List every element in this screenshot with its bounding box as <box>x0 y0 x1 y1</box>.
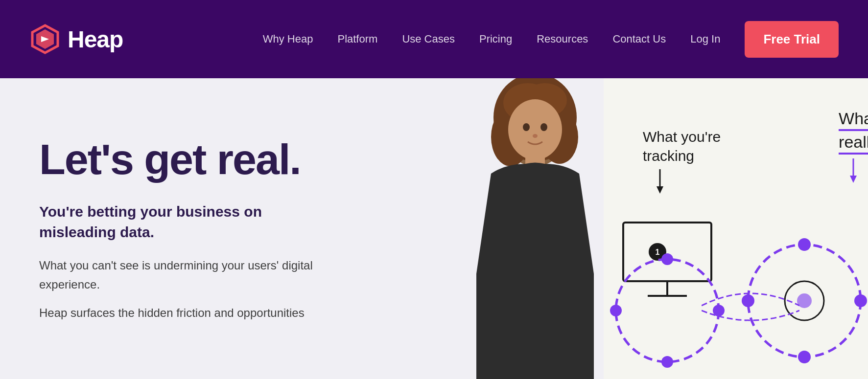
nav-links: Why Heap Platform Use Cases Pricing Reso… <box>263 33 721 45</box>
svg-point-11 <box>540 123 547 131</box>
svg-marker-16 <box>657 186 663 194</box>
svg-point-31 <box>854 294 867 307</box>
nav-link-pricing[interactable]: Pricing <box>479 33 512 45</box>
svg-marker-18 <box>850 176 857 183</box>
connecting-lines <box>702 281 799 330</box>
free-trial-button[interactable]: Free Trial <box>745 21 839 58</box>
nav-link-log-in[interactable]: Log In <box>690 33 720 45</box>
brand-name: Heap <box>68 26 123 53</box>
nav-item-contact-us[interactable]: Contact Us <box>612 33 666 45</box>
really-label: Wha reall <box>839 108 868 185</box>
svg-point-27 <box>661 356 673 368</box>
whiteboard-area: What you're tracking Wha reall <box>604 78 868 379</box>
heap-logo-icon <box>29 23 61 55</box>
svg-point-9 <box>508 99 562 160</box>
really-label-text: Wha <box>839 108 868 131</box>
nav-item-why-heap[interactable]: Why Heap <box>263 33 313 45</box>
hero-content: Let's get real. You're betting your busi… <box>39 117 313 323</box>
svg-point-12 <box>533 134 538 138</box>
hero-body2: Heap surfaces the hidden friction and op… <box>39 304 313 322</box>
woman-figure <box>452 78 618 379</box>
svg-point-32 <box>798 351 811 363</box>
logo-link[interactable]: Heap <box>29 23 123 55</box>
nav-item-resources[interactable]: Resources <box>537 33 588 45</box>
navbar: Heap Why Heap Platform Use Cases Pricing… <box>0 0 868 78</box>
svg-rect-14 <box>476 274 594 379</box>
nav-link-use-cases[interactable]: Use Cases <box>402 33 455 45</box>
svg-point-28 <box>610 305 622 316</box>
nav-item-pricing[interactable]: Pricing <box>479 33 512 45</box>
nav-link-resources[interactable]: Resources <box>537 33 588 45</box>
really-label-text2: reall <box>839 131 868 155</box>
nav-link-contact-us[interactable]: Contact Us <box>612 33 666 45</box>
nav-link-why-heap[interactable]: Why Heap <box>263 33 313 45</box>
svg-point-25 <box>661 253 673 265</box>
nav-item-log-in[interactable]: Log In <box>690 33 720 45</box>
nav-link-platform[interactable]: Platform <box>337 33 377 45</box>
hero-image-area: What you're tracking Wha reall <box>437 78 868 379</box>
hero-headline: Let's get real. <box>39 137 313 182</box>
nav-item-platform[interactable]: Platform <box>337 33 377 45</box>
svg-point-10 <box>523 123 530 131</box>
tracking-arrow <box>653 169 667 194</box>
hero-subheadline: You're betting your business on misleadi… <box>39 201 304 243</box>
really-arrow <box>846 158 861 183</box>
svg-point-30 <box>798 238 811 251</box>
hero-body1: What you can't see is undermining your u… <box>39 256 313 294</box>
tracking-label: What you're tracking <box>643 127 721 196</box>
tracking-label-text: What you're tracking <box>643 127 721 165</box>
nav-item-use-cases[interactable]: Use Cases <box>402 33 455 45</box>
hero-section: Let's get real. You're betting your busi… <box>0 78 868 379</box>
